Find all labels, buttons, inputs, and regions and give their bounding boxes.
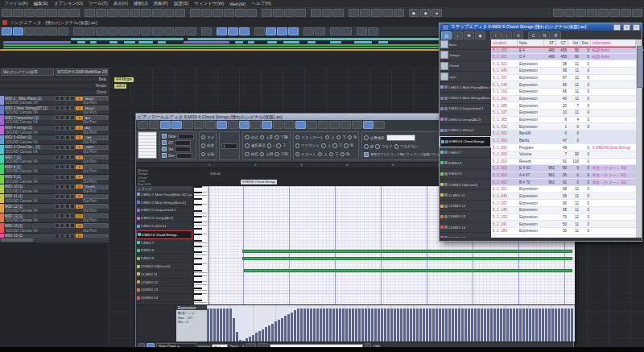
- radio-icon[interactable]: [275, 152, 279, 157]
- radio-icon[interactable]: [201, 152, 206, 157]
- piano-roll-tool-button[interactable]: [363, 121, 374, 129]
- controller-value-bar[interactable]: [313, 309, 316, 342]
- sidebar-row[interactable]: 2:MIDI 2 Melo Strings[Bass: [440, 93, 491, 103]
- controller-value-bar[interactable]: [262, 329, 264, 342]
- toolbar-button[interactable]: [239, 27, 250, 35]
- track-row[interactable]: MIDI 11 [1]11SOUND Canvas VAOut Port: [0, 194, 109, 204]
- controller-value-bar[interactable]: [477, 309, 480, 342]
- tempo-chip[interactable]: 120.0: [114, 84, 126, 89]
- step-editor-tool-button[interactable]: ↑: [490, 31, 501, 39]
- controller-value-bar[interactable]: [349, 309, 351, 342]
- toolbar-button[interactable]: [107, 9, 118, 17]
- event-row[interactable]: 5, 1, 000C 4480456900転調 Amin: [491, 54, 636, 61]
- controller-value-bar[interactable]: [403, 309, 406, 342]
- controller-value-bar[interactable]: [249, 337, 251, 342]
- track-name[interactable]: MIDI 9 [1]: [5, 175, 54, 179]
- controller-lane-graph[interactable]: [207, 305, 575, 342]
- track-name[interactable]: MIDI 8 [1]: [5, 165, 54, 169]
- overview-part-segment[interactable]: [71, 38, 184, 40]
- track-row[interactable]: MIDI 13 [1]13SOUND Canvas VAOut Port: [0, 213, 109, 223]
- toolbar-button[interactable]: [69, 9, 80, 17]
- radio-icon[interactable]: [275, 135, 279, 140]
- event-row[interactable]: 5, 1, 385Expression840: [491, 117, 636, 124]
- toolbar-button[interactable]: [288, 27, 299, 35]
- overview-part-segment[interactable]: [3, 41, 71, 43]
- checkbox-icon[interactable]: [364, 152, 369, 157]
- transport-stop-button[interactable]: ■: [420, 9, 431, 17]
- radio-icon[interactable]: [245, 143, 250, 148]
- toolbar-button[interactable]: [371, 9, 382, 17]
- controller-value-bar[interactable]: [432, 309, 435, 342]
- track-name[interactable]: MIDI 11 [1]: [5, 194, 54, 198]
- event-row[interactable]: 5, 2, 049Expression96110: [491, 193, 636, 201]
- radio-icon[interactable]: [364, 144, 369, 149]
- track-channel-box[interactable]: 14: [76, 224, 83, 228]
- piano-roll-tool-button[interactable]: [183, 121, 193, 129]
- scroll-thumb[interactable]: [1, 238, 33, 242]
- editor-track-row[interactable]: 5:MIDI 5 420str1: [136, 222, 192, 230]
- controller-value-bar[interactable]: [436, 309, 438, 342]
- controller-value-bar[interactable]: [291, 313, 293, 342]
- sidebar-row[interactable]: 6:MIDI 6 Chord Strings: [440, 136, 491, 147]
- controller-value-bar[interactable]: [210, 309, 213, 342]
- track-name[interactable]: MIDI 1 : Melo Piano [1]: [5, 97, 54, 101]
- event-row[interactable]: 5, 2, 001Expression98110: [491, 186, 636, 193]
- menu-item[interactable]: 演奏(P): [154, 1, 168, 6]
- playhead[interactable]: [208, 186, 209, 304]
- track-port-label[interactable]: SOUND Canvas VA: [6, 140, 81, 144]
- track-out-port[interactable]: Out Port: [83, 218, 107, 222]
- track-out-port[interactable]: Out Port: [83, 189, 107, 193]
- toolbar-button[interactable]: [107, 27, 118, 35]
- overview-part-segment[interactable]: [184, 41, 229, 43]
- toolbar-button[interactable]: [130, 27, 140, 35]
- track-name[interactable]: MIDI 4 strings [1]: [5, 126, 54, 130]
- controller-value-bar[interactable]: [294, 310, 296, 342]
- toolbar-button[interactable]: [228, 27, 238, 35]
- radio-icon[interactable]: [295, 152, 300, 157]
- controller-value-bar[interactable]: [239, 340, 242, 342]
- prop-spinner[interactable]: [175, 140, 191, 146]
- sidebar-row[interactable]: 15:MIDI 15: [440, 233, 491, 238]
- track-name[interactable]: MIDI 5 420str [1]: [5, 135, 54, 139]
- track-out-port[interactable]: Out Port: [83, 199, 107, 203]
- track-port-label[interactable]: SOUND Canvas VA: [6, 199, 81, 203]
- toolbar-button[interactable]: [266, 27, 276, 35]
- prop-spinner[interactable]: [178, 134, 194, 139]
- event-row[interactable]: 5, 2, 000Volume7900: [491, 151, 636, 159]
- track-out-port[interactable]: Out Port: [83, 180, 107, 184]
- track-channel-box[interactable]: 10: [76, 184, 83, 188]
- controller-value-bar[interactable]: [487, 309, 489, 342]
- piano-roll-tool-button[interactable]: [329, 121, 340, 129]
- event-row[interactable]: 5, 2, 000B 4 709619100和音 ♪ (テヌート 91): [491, 179, 636, 186]
- track-row[interactable]: MIDI 12 [1]12SOUND Canvas VAOut Port: [0, 204, 109, 213]
- menu-item[interactable]: ヘルプ(H): [251, 1, 271, 6]
- controller-value-bar[interactable]: [390, 309, 393, 342]
- track-port-label[interactable]: SOUND Canvas VA: [6, 218, 81, 222]
- toolbar-button[interactable]: [201, 27, 212, 35]
- window-layout-button[interactable]: [609, 9, 620, 17]
- toolbar-button[interactable]: [2, 27, 12, 35]
- track-port-label[interactable]: SOUND Canvas VA: [6, 229, 81, 233]
- piano-roll-tool-button[interactable]: [239, 121, 250, 129]
- sidebar-row[interactable]: 7:MIDI 7: [440, 147, 491, 158]
- event-list-vscrollbar[interactable]: [636, 39, 642, 238]
- toolbar-button[interactable]: [141, 27, 151, 35]
- track-channel-box[interactable]: 2: [76, 106, 83, 110]
- checkbox-icon[interactable]: [162, 153, 167, 158]
- controller-value-bar[interactable]: [448, 309, 451, 342]
- controller-value-bar[interactable]: [519, 309, 522, 342]
- controller-value-bar[interactable]: [371, 309, 374, 342]
- controller-value-bar[interactable]: [413, 309, 415, 342]
- piano-roll-tool-button[interactable]: [205, 121, 216, 129]
- controller-value-bar[interactable]: [329, 309, 332, 342]
- radio-icon[interactable]: [321, 143, 326, 148]
- track-name[interactable]: MIDI 7 [1]: [5, 155, 54, 159]
- piano-roll-tool-button[interactable]: [194, 121, 204, 129]
- overview-part-segment[interactable]: [235, 41, 243, 43]
- controller-value-bar[interactable]: [461, 309, 464, 342]
- track-row[interactable]: MIDI 7 [1]7SOUND Canvas VAOut Port: [0, 155, 109, 164]
- editor-track-row[interactable]: 3:MIDI 3 harpsichord 1: [136, 207, 192, 215]
- controller-value-bar[interactable]: [300, 309, 303, 342]
- sidebar-row[interactable]: 14:MIDI 14: [440, 222, 491, 233]
- event-row[interactable]: 5, 1, 337Expression10110: [491, 110, 636, 117]
